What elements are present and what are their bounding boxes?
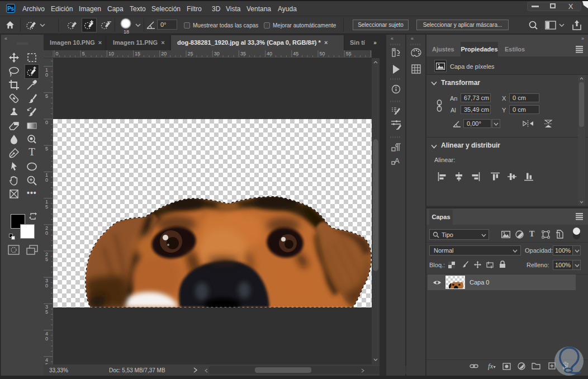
svg-text:5: 5 bbox=[45, 93, 48, 99]
svg-text:10: 10 bbox=[108, 51, 114, 56]
svg-text:5: 5 bbox=[82, 51, 85, 56]
svg-text:40: 40 bbox=[267, 51, 272, 56]
svg-text:0: 0 bbox=[45, 283, 48, 288]
svg-text:55: 55 bbox=[346, 51, 352, 56]
svg-text:20: 20 bbox=[161, 51, 167, 56]
svg-text:0: 0 bbox=[45, 120, 48, 125]
svg-text:50: 50 bbox=[320, 51, 325, 56]
svg-text:5: 5 bbox=[45, 309, 48, 315]
svg-text:0: 0 bbox=[45, 72, 48, 78]
svg-text:0: 0 bbox=[45, 230, 48, 236]
svg-text:30: 30 bbox=[214, 51, 220, 56]
svg-text:0: 0 bbox=[45, 177, 48, 183]
svg-text:0: 0 bbox=[45, 336, 48, 342]
svg-text:25: 25 bbox=[188, 51, 193, 56]
svg-text:15: 15 bbox=[135, 51, 140, 56]
svg-text:35: 35 bbox=[240, 51, 246, 56]
svg-text:5: 5 bbox=[45, 257, 48, 262]
svg-text:5: 5 bbox=[45, 204, 48, 210]
svg-text:0: 0 bbox=[56, 51, 59, 56]
svg-text:A: A bbox=[395, 157, 400, 165]
svg-text:5: 5 bbox=[45, 146, 48, 151]
svg-text:45: 45 bbox=[293, 51, 298, 56]
